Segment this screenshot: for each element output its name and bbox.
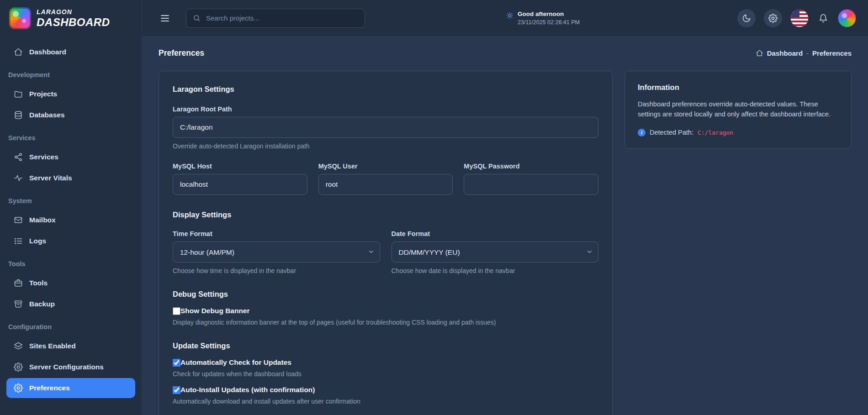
time-format-select[interactable]: 12-hour (AM/PM) [173,242,380,263]
detected-path-value: C:/laragon [698,129,733,136]
app-name-bottom: DASHBOARD [37,16,110,29]
date-format-label: Date Format [392,230,599,237]
moon-icon [742,14,751,23]
sidebar-item-preferences[interactable]: Preferences [6,378,135,398]
auto-check-updates-label[interactable]: Automatically Check for Updates [180,358,291,367]
sidebar-item-label: Server Configurations [29,363,104,371]
debug-settings-title: Debug Settings [173,290,598,299]
folder-icon [14,89,23,99]
sidebar-item-projects[interactable]: Projects [6,84,135,104]
detected-path-label: Detected Path: [650,129,693,136]
sidebar-item-sites-enabled[interactable]: Sites Enabled [6,336,135,356]
auto-check-updates-checkbox[interactable] [173,359,180,367]
date-format-help: Choose how date is displayed in the navb… [392,267,599,274]
datetime-text: 23/11/2025 02:26:41 PM [518,19,580,26]
date-format-select[interactable]: DD/MM/YYYY (EU) [392,242,599,263]
menu-icon [159,13,170,24]
root-path-input[interactable] [173,117,598,138]
bell-icon [819,14,828,23]
show-debug-banner-checkbox[interactable] [173,307,180,315]
home-icon [14,47,23,57]
laragon-settings-title: Laragon Settings [173,85,598,94]
sidebar-item-server-vitals[interactable]: Server Vitals [6,168,135,188]
sidebar-item-label: Tools [29,279,48,287]
gear-icon [768,14,778,23]
information-title: Information [638,83,838,92]
sidebar-item-label: Preferences [29,384,70,392]
sidebar-section-development: Development [0,67,142,83]
mysql-host-input[interactable] [173,174,307,195]
main-content: Preferences Dashboard - Preferences Lara… [142,37,868,415]
auto-install-updates-label[interactable]: Auto-Install Updates (with confirmation) [180,386,315,394]
app-name-top: LARAGON [37,8,110,16]
sidebar-item-dashboard[interactable]: Dashboard [6,42,135,62]
settings-card: Laragon Settings Laragon Root Path Overr… [159,71,613,415]
info-icon: i [638,129,646,137]
mail-icon [14,215,23,225]
sun-icon [506,12,513,19]
mysql-user-input[interactable] [318,174,453,195]
display-settings-title: Display Settings [173,210,598,219]
mysql-host-label: MySQL Host [173,163,307,170]
mysql-password-label: MySQL Password [464,163,598,170]
breadcrumb-dashboard[interactable]: Dashboard [767,49,803,57]
information-body: Dashboard preferences override auto-dete… [638,99,838,120]
activity-icon [14,173,23,183]
sidebar-section-tools: Tools [0,256,142,272]
search-input[interactable] [205,14,358,22]
sidebar-item-label: Dashboard [29,48,66,56]
sidebar-section-services: Services [0,130,142,146]
show-debug-banner-help: Display diagnostic information banner at… [173,319,598,326]
time-format-help: Choose how time is displayed in the navb… [173,267,380,274]
sidebar-section-system: System [0,193,142,209]
notifications-button[interactable] [817,12,830,25]
layers-icon [14,341,23,351]
sidebar-item-tools[interactable]: Tools [6,273,135,293]
sidebar-item-services[interactable]: Services [6,147,135,167]
sidebar-item-databases[interactable]: Databases [6,105,135,125]
sidebar-item-label: Logs [29,237,46,245]
auto-install-updates-help: Automatically download and install updat… [173,398,598,405]
breadcrumb-separator: - [806,49,809,57]
sidebar-nav: Dashboard Development Projects Databases… [0,37,142,399]
hamburger-menu-button[interactable] [157,10,173,26]
auto-install-updates-checkbox[interactable] [173,386,180,394]
sidebar-item-backup[interactable]: Backup [6,294,135,314]
root-path-label: Laragon Root Path [173,105,598,113]
sidebar-item-label: Services [29,153,58,161]
archive-icon [14,299,23,309]
mysql-password-input[interactable] [464,174,598,195]
sidebar-item-logs[interactable]: Logs [6,231,135,251]
user-avatar[interactable] [838,9,856,27]
information-card: Information Dashboard preferences overri… [625,71,852,149]
search-icon [193,14,201,22]
show-debug-banner-label[interactable]: Show Debug Banner [180,307,250,315]
gear-icon [14,383,23,393]
gear-icon [14,362,23,372]
us-flag-language-button[interactable] [790,9,809,27]
settings-button[interactable] [764,9,782,27]
sidebar-item-mailbox[interactable]: Mailbox [6,210,135,230]
sidebar-item-label: Projects [29,90,57,98]
auto-check-updates-help: Check for updates when the dashboard loa… [173,370,598,378]
greeting-block: Good afternoon 23/11/2025 02:26:41 PM [506,11,580,26]
app-logo[interactable]: LARAGON DASHBOARD [0,0,142,37]
sidebar-item-label: Backup [29,300,55,308]
root-path-help: Override auto-detected Laragon installat… [173,142,598,150]
briefcase-icon [14,278,23,288]
database-icon [14,110,23,120]
sidebar-item-label: Server Vitals [29,174,72,182]
update-settings-title: Update Settings [173,341,598,350]
time-format-label: Time Format [173,230,380,237]
page-title: Preferences [159,48,204,58]
sidebar: LARAGON DASHBOARD Dashboard Development … [0,0,142,415]
breadcrumb: Dashboard - Preferences [756,49,852,57]
breadcrumb-current: Preferences [812,49,852,57]
dark-mode-toggle-button[interactable] [737,9,756,27]
app-logo-icon [9,7,31,29]
sidebar-item-server-configurations[interactable]: Server Configurations [6,357,135,377]
sidebar-section-configuration: Configuration [0,319,142,335]
top-navbar: Good afternoon 23/11/2025 02:26:41 PM [142,0,868,37]
sidebar-item-label: Mailbox [29,216,56,224]
home-icon [756,49,763,57]
